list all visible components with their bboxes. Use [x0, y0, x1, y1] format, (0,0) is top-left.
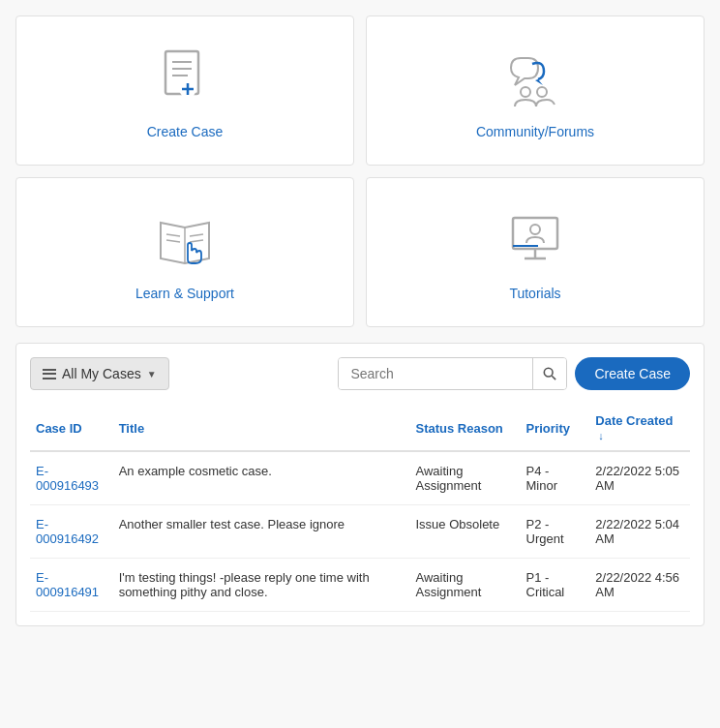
learn-icon	[151, 208, 219, 276]
cell-case-id: E-000916493	[30, 451, 113, 505]
cell-priority: P4 - Minor	[521, 451, 590, 505]
table-row: E-000916492 Another smaller test case. P…	[30, 505, 690, 559]
search-area: Create Case	[338, 357, 690, 390]
create-case-label: Create Case	[147, 124, 224, 139]
card-grid: Create Case Community/Forums	[15, 15, 705, 327]
svg-line-12	[190, 234, 203, 236]
cell-status-reason: Awaiting Assignment	[410, 559, 521, 612]
svg-point-8	[537, 87, 547, 97]
col-case-id: Case ID	[30, 406, 113, 451]
learn-support-label: Learn & Support	[135, 286, 234, 301]
caret-down-icon: ▼	[147, 369, 157, 379]
sort-desc-icon: ↓	[598, 430, 604, 441]
learn-support-card[interactable]: Learn & Support	[15, 177, 354, 327]
svg-point-17	[530, 225, 540, 234]
cell-title: I'm testing things! -please reply one ti…	[113, 559, 410, 612]
cell-date-created: 2/22/2022 4:56 AM	[589, 559, 690, 612]
col-date-created[interactable]: Date Created ↓	[589, 406, 690, 451]
case-id-link[interactable]: E-000916493	[36, 464, 99, 493]
search-icon	[543, 367, 556, 380]
community-forums-label: Community/Forums	[476, 124, 594, 139]
col-title: Title	[113, 406, 410, 451]
create-case-card[interactable]: Create Case	[15, 15, 354, 166]
search-button[interactable]	[532, 358, 566, 389]
main-container: Create Case Community/Forums	[0, 0, 720, 642]
create-case-button[interactable]: Create Case	[575, 357, 690, 390]
cell-case-id: E-000916491	[30, 559, 113, 612]
create-case-icon	[151, 46, 219, 114]
svg-line-20	[553, 376, 556, 379]
cell-case-id: E-000916492	[30, 505, 113, 559]
cell-priority: P2 - Urgent	[521, 505, 590, 559]
cell-title: An example cosmetic case.	[113, 451, 410, 505]
community-icon	[501, 46, 569, 114]
table-header: Case ID Title Status Reason Priority Dat…	[30, 406, 690, 451]
cases-section: All My Cases ▼ Create Case	[15, 343, 705, 626]
svg-point-19	[545, 368, 554, 377]
tutorials-label: Tutorials	[509, 286, 560, 301]
svg-line-10	[166, 234, 180, 236]
cell-status-reason: Awaiting Assignment	[410, 451, 521, 505]
tutorials-icon	[501, 208, 569, 276]
cases-table: Case ID Title Status Reason Priority Dat…	[30, 406, 690, 612]
table-row: E-000916493 An example cosmetic case. Aw…	[30, 451, 690, 505]
my-cases-label: All My Cases	[62, 366, 141, 381]
table-body: E-000916493 An example cosmetic case. Aw…	[30, 451, 690, 612]
cell-date-created: 2/22/2022 5:05 AM	[589, 451, 690, 505]
search-input[interactable]	[339, 358, 532, 389]
svg-line-11	[166, 240, 180, 242]
svg-point-7	[521, 87, 530, 97]
svg-line-13	[190, 240, 203, 242]
cases-toolbar: All My Cases ▼ Create Case	[30, 357, 690, 390]
col-status-reason: Status Reason	[410, 406, 521, 451]
case-id-link[interactable]: E-000916491	[36, 570, 99, 599]
cell-status-reason: Issue Obsolete	[410, 505, 521, 559]
cell-title: Another smaller test case. Please ignore	[113, 505, 410, 559]
search-input-wrap	[338, 357, 567, 390]
table-row: E-000916491 I'm testing things! -please …	[30, 559, 690, 612]
cell-priority: P1 - Critical	[521, 559, 590, 612]
cell-date-created: 2/22/2022 5:04 AM	[589, 505, 690, 559]
my-cases-button[interactable]: All My Cases ▼	[30, 357, 169, 390]
tutorials-card[interactable]: Tutorials	[366, 177, 705, 327]
col-priority: Priority	[521, 406, 590, 451]
community-forums-card[interactable]: Community/Forums	[366, 15, 705, 166]
hamburger-icon	[43, 369, 56, 379]
case-id-link[interactable]: E-000916492	[36, 517, 99, 546]
